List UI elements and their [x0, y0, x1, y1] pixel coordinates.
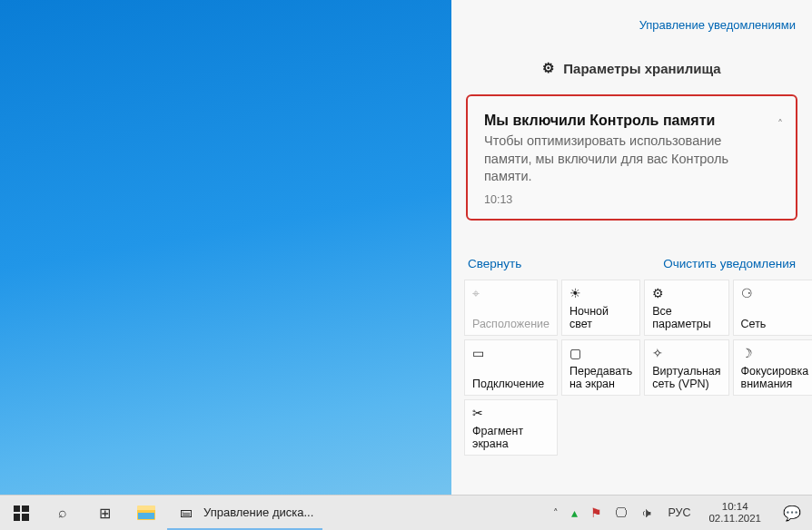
notification-body: Чтобы оптимизировать использование памят…	[484, 132, 759, 186]
quick-tile-1[interactable]: ☀Ночной свет	[561, 280, 640, 336]
tile-icon: ✂	[472, 406, 550, 422]
tile-icon: ☽	[741, 346, 809, 362]
action-center-panel: Управление уведомлениями ⚙ Параметры хра…	[451, 0, 812, 495]
folder-icon	[137, 505, 155, 520]
tile-label: Фрагмент экрана	[472, 425, 550, 451]
notification-icon: 💬	[783, 505, 801, 522]
quick-tile-0[interactable]: ⌖Расположение	[464, 280, 558, 336]
quick-tile-5[interactable]: ▢Передавать на экран	[561, 339, 640, 396]
chevron-up-icon[interactable]: ˄	[777, 118, 783, 131]
taskbar-app-disk-management[interactable]: 🖴 Управление диска...	[167, 496, 322, 530]
tray-app-icon[interactable]: ▴	[569, 505, 579, 520]
task-view-icon: ⊞	[99, 505, 111, 522]
tile-label: Передавать на экран	[569, 365, 632, 391]
group-header-text: Параметры хранилища	[563, 61, 720, 76]
tile-label: Расположение	[472, 318, 550, 330]
search-icon: ⌕	[58, 505, 67, 521]
tile-icon: ☀	[569, 286, 632, 302]
tray-overflow-icon[interactable]: ˄	[551, 507, 560, 519]
taskbar-app-label: Управление диска...	[203, 505, 313, 519]
quick-tile-8[interactable]: ✂Фрагмент экрана	[464, 399, 558, 456]
tile-label: Подключение	[472, 378, 550, 390]
tile-icon: ⚙	[652, 286, 720, 302]
action-center-button[interactable]: 💬	[772, 496, 812, 530]
quick-tile-7[interactable]: ☽Фокусировка внимания	[733, 339, 812, 396]
quick-tile-6[interactable]: ✧Виртуальная сеть (VPN)	[644, 339, 728, 396]
quick-tile-3[interactable]: ⚆Сеть	[733, 280, 812, 336]
windows-icon	[14, 505, 29, 521]
taskbar: ⌕ ⊞ 🖴 Управление диска... ˄ ▴ ⚑ 🖵 🕩 РУС …	[0, 495, 812, 530]
tile-label: Все параметры	[652, 305, 720, 331]
tile-label: Сеть	[741, 318, 809, 330]
display-icon[interactable]: 🖵	[613, 505, 629, 520]
manage-notifications-link[interactable]: Управление уведомлениями	[639, 18, 796, 32]
notification-title: Мы включили Контроль памяти	[484, 113, 759, 129]
tile-label: Виртуальная сеть (VPN)	[652, 365, 720, 391]
disk-management-icon: 🖴	[176, 503, 196, 521]
tile-icon: ✧	[652, 346, 720, 362]
action-center-top: Управление уведомлениями	[451, 0, 812, 38]
taskbar-right: ˄ ▴ ⚑ 🖵 🕩 РУС 10:14 02.11.2021 💬	[546, 496, 812, 530]
search-button[interactable]: ⌕	[42, 496, 84, 530]
language-indicator[interactable]: РУС	[664, 506, 694, 519]
file-explorer-button[interactable]	[125, 496, 167, 530]
clock-time: 10:14	[722, 501, 748, 513]
notification-group-header: ⚙ Параметры хранилища	[451, 38, 812, 87]
start-button[interactable]	[0, 496, 42, 530]
notification-card[interactable]: ˄ Мы включили Контроль памяти Чтобы опти…	[466, 94, 797, 221]
volume-icon[interactable]: 🕩	[639, 505, 655, 520]
action-center-links-row: Свернуть Очистить уведомления	[451, 221, 812, 280]
gear-icon: ⚙	[542, 60, 554, 76]
tile-label: Ночной свет	[569, 305, 632, 331]
tile-icon: ▭	[472, 346, 550, 362]
clock-date: 02.11.2021	[708, 513, 761, 525]
quick-tile-2[interactable]: ⚙Все параметры	[644, 280, 728, 336]
tile-icon: ⌖	[472, 286, 550, 302]
tile-icon: ⚆	[741, 286, 809, 302]
clear-notifications-link[interactable]: Очистить уведомления	[663, 257, 796, 270]
task-view-button[interactable]: ⊞	[84, 496, 125, 530]
tile-label: Фокусировка внимания	[741, 365, 809, 391]
collapse-link[interactable]: Свернуть	[468, 257, 521, 270]
notification-time: 10:13	[484, 193, 759, 206]
quick-action-tiles: ⌖Расположение☀Ночной свет⚙Все параметры⚆…	[451, 280, 812, 456]
system-tray: ˄ ▴ ⚑ 🖵 🕩 РУС 10:14 02.11.2021	[546, 496, 772, 530]
quick-tile-4[interactable]: ▭Подключение	[464, 339, 558, 396]
taskbar-left: ⌕ ⊞ 🖴 Управление диска...	[0, 496, 322, 530]
security-icon[interactable]: ⚑	[589, 505, 604, 520]
clock[interactable]: 10:14 02.11.2021	[703, 501, 767, 525]
tile-icon: ▢	[569, 346, 632, 362]
